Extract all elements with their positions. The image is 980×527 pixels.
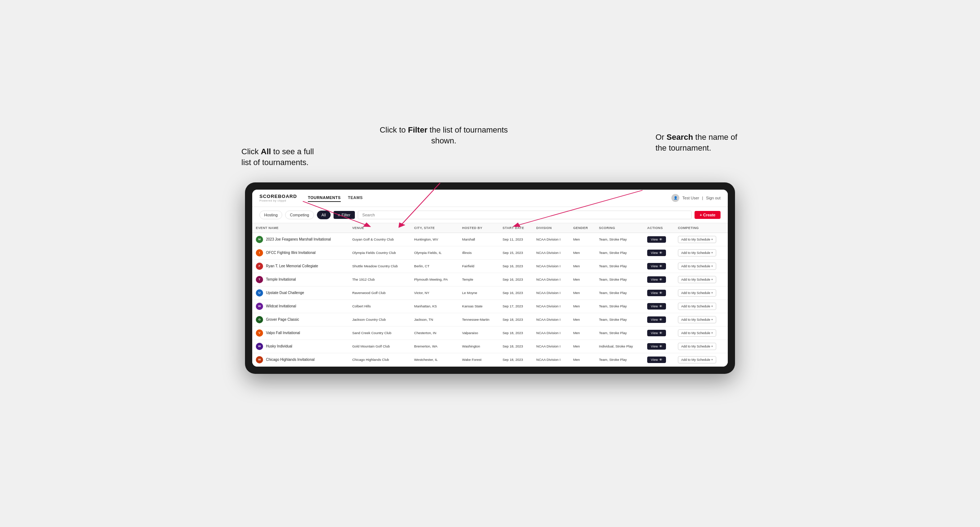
division-cell: NCAA Division I xyxy=(533,246,570,259)
add-to-schedule-button[interactable]: Add to My Schedule + xyxy=(678,276,716,283)
division-cell: NCAA Division I xyxy=(533,259,570,273)
add-to-schedule-button[interactable]: Add to My Schedule + xyxy=(678,249,716,256)
filter-tab-hosting[interactable]: Hosting xyxy=(259,211,282,219)
logo-title: SCOREBOARD xyxy=(259,194,297,199)
actions-cell: View 👁 xyxy=(644,353,674,366)
table-row: W Wildcat Invitational Colbert Hills Man… xyxy=(252,300,728,313)
signout-link[interactable]: Sign out xyxy=(706,196,721,200)
event-cell-8: W Husky Individual xyxy=(252,340,349,353)
start-date-cell: Sep 11, 2023 xyxy=(499,233,533,246)
city-state-cell: Westchester, IL xyxy=(410,353,458,366)
actions-cell: View 👁 xyxy=(644,246,674,259)
division-cell: NCAA Division I xyxy=(533,326,570,340)
view-button[interactable]: View 👁 xyxy=(647,316,666,323)
tablet-screen: SCOREBOARD Powered by clippd TOURNAMENTS… xyxy=(252,190,728,367)
scoring-cell: Team, Stroke Play xyxy=(595,246,644,259)
competing-cell: Add to My Schedule + xyxy=(674,246,728,259)
filter-label: Filter xyxy=(342,213,350,217)
view-button[interactable]: View 👁 xyxy=(647,249,666,256)
table-row: F Ryan T. Lee Memorial Collegiate Shuttl… xyxy=(252,259,728,273)
filter-tab-all[interactable]: All xyxy=(317,211,331,219)
filter-tab-competing[interactable]: Competing xyxy=(285,211,313,219)
view-button[interactable]: View 👁 xyxy=(647,330,666,336)
view-button[interactable]: View 👁 xyxy=(647,357,666,363)
team-logo: I xyxy=(256,249,263,256)
event-cell-9: W Chicago Highlands Invitational xyxy=(252,353,349,366)
division-cell: NCAA Division I xyxy=(533,286,570,300)
actions-cell: View 👁 xyxy=(644,326,674,340)
division-cell: NCAA Division I xyxy=(533,300,570,313)
nav-tab-tournaments[interactable]: TOURNAMENTS xyxy=(308,194,341,202)
venue-cell: Guyan Golf & Country Club xyxy=(349,233,410,246)
add-to-schedule-button[interactable]: Add to My Schedule + xyxy=(678,263,716,270)
event-name: Upstate Dual Challenge xyxy=(266,290,304,295)
event-cell-2: F Ryan T. Lee Memorial Collegiate xyxy=(252,259,349,273)
view-button[interactable]: View 👁 xyxy=(647,303,666,310)
event-name: Wildcat Invitational xyxy=(266,304,296,308)
team-logo: F xyxy=(256,263,263,270)
view-button[interactable]: View 👁 xyxy=(647,343,666,350)
table-row: V Valpo Fall Invitational Sand Creek Cou… xyxy=(252,326,728,340)
team-logo: M xyxy=(256,236,263,243)
city-state-cell: Olympia Fields, IL xyxy=(410,246,458,259)
scoring-cell: Team, Stroke Play xyxy=(595,286,644,300)
gender-cell: Men xyxy=(570,313,595,326)
city-state-cell: Victor, NY xyxy=(410,286,458,300)
add-to-schedule-button[interactable]: Add to My Schedule + xyxy=(678,303,716,310)
add-to-schedule-button[interactable]: Add to My Schedule + xyxy=(678,356,716,364)
nav-tabs: TOURNAMENTS TEAMS xyxy=(308,194,671,202)
scoring-cell: Team, Stroke Play xyxy=(595,313,644,326)
team-logo: U xyxy=(256,289,263,297)
header-right: 👤 Test User | Sign out xyxy=(671,194,721,202)
hosted-by-cell: Valparaiso xyxy=(458,326,499,340)
add-to-schedule-button[interactable]: Add to My Schedule + xyxy=(678,343,716,350)
hosted-by-cell: Washington xyxy=(458,340,499,353)
eye-icon: 👁 xyxy=(659,358,662,362)
event-name: Husky Individual xyxy=(266,344,292,349)
venue-cell: Colbert Hills xyxy=(349,300,410,313)
view-button[interactable]: View 👁 xyxy=(647,276,666,283)
gender-cell: Men xyxy=(570,353,595,366)
hosted-by-cell: Le Moyne xyxy=(458,286,499,300)
filter-button[interactable]: ≡ Filter xyxy=(334,211,355,219)
add-to-schedule-button[interactable]: Add to My Schedule + xyxy=(678,236,716,243)
eye-icon: 👁 xyxy=(659,264,662,268)
competing-cell: Add to My Schedule + xyxy=(674,326,728,340)
view-button[interactable]: View 👁 xyxy=(647,290,666,296)
add-to-schedule-button[interactable]: Add to My Schedule + xyxy=(678,289,716,297)
gender-cell: Men xyxy=(570,233,595,246)
hosted-by-cell: Wake Forest xyxy=(458,353,499,366)
competing-cell: Add to My Schedule + xyxy=(674,300,728,313)
table-container: EVENT NAME VENUE CITY, STATE HOSTED BY S… xyxy=(252,223,728,367)
search-input[interactable] xyxy=(358,211,692,219)
eye-icon: 👁 xyxy=(659,251,662,255)
venue-cell: The 1912 Club xyxy=(349,273,410,286)
team-logo: W xyxy=(256,356,263,364)
gender-cell: Men xyxy=(570,326,595,340)
event-cell-7: V Valpo Fall Invitational xyxy=(252,326,349,340)
venue-cell: Ravenwood Golf Club xyxy=(349,286,410,300)
venue-cell: Shuttle Meadow Country Club xyxy=(349,259,410,273)
start-date-cell: Sep 18, 2023 xyxy=(499,313,533,326)
add-to-schedule-button[interactable]: Add to My Schedule + xyxy=(678,329,716,337)
event-cell-5: W Wildcat Invitational xyxy=(252,300,349,313)
nav-tab-teams[interactable]: TEAMS xyxy=(348,194,363,202)
event-name: OFCC Fighting Illini Invitational xyxy=(266,250,315,255)
actions-cell: View 👁 xyxy=(644,273,674,286)
view-button[interactable]: View 👁 xyxy=(647,263,666,270)
scoring-cell: Team, Stroke Play xyxy=(595,259,644,273)
tournaments-table: EVENT NAME VENUE CITY, STATE HOSTED BY S… xyxy=(252,223,728,367)
logo-area: SCOREBOARD Powered by clippd xyxy=(259,194,297,202)
hosted-by-cell: Marshall xyxy=(458,233,499,246)
table-row: W Husky Individual Gold Mountain Golf Cl… xyxy=(252,340,728,353)
view-button[interactable]: View 👁 xyxy=(647,236,666,243)
add-to-schedule-button[interactable]: Add to My Schedule + xyxy=(678,316,716,323)
table-body: M 2023 Joe Feaganes Marshall Invitationa… xyxy=(252,233,728,366)
create-button[interactable]: + Create xyxy=(695,211,721,219)
table-row: G Grover Page Classic Jackson Country Cl… xyxy=(252,313,728,326)
actions-cell: View 👁 xyxy=(644,340,674,353)
city-state-cell: Chesterton, IN xyxy=(410,326,458,340)
eye-icon: 👁 xyxy=(659,331,662,335)
actions-cell: View 👁 xyxy=(644,313,674,326)
col-competing: COMPETING xyxy=(674,223,728,233)
